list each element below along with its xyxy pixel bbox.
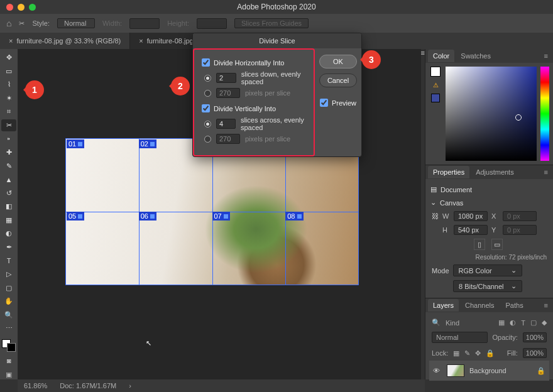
filter-shape-icon[interactable]: ▢: [530, 318, 537, 327]
layer-name[interactable]: Background: [469, 367, 506, 374]
color-picker[interactable]: [446, 67, 537, 161]
lock-trans-icon[interactable]: ▦: [453, 349, 459, 357]
more-tools[interactable]: ⋯: [1, 322, 16, 335]
h-px-radio[interactable]: [204, 90, 211, 97]
width-field[interactable]: [129, 18, 160, 29]
layer-row[interactable]: 👁 Background 🔒: [429, 361, 549, 381]
depth-select[interactable]: 8 Bits/Channel⌄: [453, 280, 522, 292]
h-count-radio[interactable]: [204, 75, 211, 82]
filter-smart-icon[interactable]: ◆: [542, 318, 547, 327]
blend-mode-select[interactable]: Normal: [432, 332, 488, 343]
zoom-readout[interactable]: 61.86%: [24, 382, 47, 389]
path-select-tool[interactable]: ▷: [1, 268, 16, 281]
canvas-section[interactable]: ⌄ Canvas: [429, 196, 549, 209]
canvas-height-field[interactable]: 540 px: [454, 225, 488, 235]
visibility-icon[interactable]: 👁: [433, 367, 442, 374]
history-brush-tool[interactable]: ↺: [1, 187, 16, 199]
lock-icon[interactable]: 🔒: [537, 367, 545, 375]
canvas-width-field[interactable]: 1080 px: [454, 211, 488, 221]
divide-v-checkbox[interactable]: [202, 104, 210, 112]
slice-tag[interactable]: 05: [67, 212, 84, 220]
close-tab-icon[interactable]: ×: [9, 37, 13, 45]
lock-pos-icon[interactable]: ✥: [475, 349, 481, 357]
type-tool[interactable]: T: [1, 254, 16, 267]
opacity-field[interactable]: 100%: [523, 332, 547, 342]
divide-h-checkbox[interactable]: [202, 58, 210, 67]
mode-select[interactable]: RGB Color⌄: [453, 264, 522, 276]
stamp-tool[interactable]: ▲: [1, 173, 16, 186]
paths-tab[interactable]: Paths: [501, 299, 528, 312]
filter-pixel-icon[interactable]: ▦: [498, 318, 505, 327]
canvas-x-field[interactable]: 0 px: [503, 211, 537, 221]
color-tab[interactable]: Color: [428, 50, 454, 62]
marquee-tool[interactable]: ▭: [1, 65, 16, 78]
channels-tab[interactable]: Channels: [460, 299, 499, 312]
gradient-tool[interactable]: ▦: [1, 214, 16, 227]
close-window[interactable]: [6, 4, 13, 11]
minimize-window[interactable]: [18, 4, 25, 11]
color-swatch[interactable]: [2, 339, 16, 352]
v-px-field[interactable]: 270: [216, 134, 240, 144]
gamut-warning-icon[interactable]: ⚠: [433, 82, 439, 89]
quick-mask[interactable]: ◙: [1, 356, 16, 366]
cancel-button[interactable]: Cancel: [319, 74, 357, 87]
hue-slider[interactable]: [540, 67, 549, 161]
brush-tool[interactable]: ✎: [1, 160, 16, 172]
preview-checkbox[interactable]: [320, 99, 328, 107]
properties-tab[interactable]: Properties: [428, 166, 469, 178]
ok-button[interactable]: OK: [319, 55, 357, 68]
move-tool[interactable]: ✥: [1, 52, 16, 64]
status-menu-icon[interactable]: ›: [129, 382, 131, 389]
screen-mode[interactable]: ▣: [1, 369, 16, 379]
eraser-tool[interactable]: ◧: [1, 200, 16, 213]
crop-tool[interactable]: ⌗: [1, 106, 16, 118]
slice-tag[interactable]: 02: [139, 139, 156, 148]
v-count-radio[interactable]: [204, 121, 211, 128]
v-count-field[interactable]: 4: [216, 119, 236, 129]
lock-paint-icon[interactable]: ✎: [464, 349, 470, 357]
h-px-field[interactable]: 270: [216, 88, 240, 98]
slices-from-guides-button[interactable]: Slices From Guides: [234, 18, 309, 28]
zoom-window[interactable]: [29, 4, 36, 11]
home-icon[interactable]: ⌂: [6, 18, 11, 28]
landscape-orient[interactable]: ▭: [491, 239, 503, 250]
document-canvas[interactable]: 01 02 03 04 05 06 07 08: [65, 138, 359, 285]
quick-select-tool[interactable]: ✶: [1, 92, 16, 105]
adjustments-tab[interactable]: Adjustments: [471, 166, 519, 178]
zoom-tool[interactable]: 🔍: [1, 308, 16, 321]
layers-tab[interactable]: Layers: [428, 299, 459, 312]
background-color[interactable]: [431, 94, 440, 102]
doc-size-readout[interactable]: Doc: 1.67M/1.67M: [60, 382, 116, 389]
style-select[interactable]: Normal: [57, 18, 95, 28]
panel-menu-icon[interactable]: ≡: [542, 302, 550, 309]
lock-all-icon[interactable]: 🔒: [486, 349, 495, 357]
slice-tag[interactable]: 01: [67, 139, 84, 148]
panel-menu-icon[interactable]: ≡: [542, 168, 550, 176]
slice-tag[interactable]: 08: [285, 212, 303, 220]
close-tab-icon[interactable]: ×: [139, 37, 143, 45]
lasso-tool[interactable]: ⌇: [1, 79, 16, 91]
slice-tool[interactable]: ✂: [1, 119, 16, 132]
filter-type-icon[interactable]: T: [521, 319, 525, 327]
hand-tool[interactable]: ✋: [1, 295, 16, 308]
v-px-radio[interactable]: [204, 136, 211, 143]
shape-tool[interactable]: ▢: [1, 281, 16, 294]
eyedropper-tool[interactable]: ⁍: [1, 133, 16, 145]
slice-tag[interactable]: 06: [139, 212, 156, 220]
dodge-tool[interactable]: ◐: [1, 227, 16, 240]
canvas-y-field[interactable]: 0 px: [503, 225, 537, 235]
fill-field[interactable]: 100%: [523, 348, 547, 358]
filter-adjust-icon[interactable]: ◐: [510, 318, 516, 327]
portrait-orient[interactable]: ▯: [474, 239, 485, 250]
h-count-field[interactable]: 2: [216, 73, 236, 83]
foreground-color[interactable]: [430, 67, 441, 77]
link-icon[interactable]: ⛓: [432, 212, 439, 220]
swatches-tab[interactable]: Swatches: [456, 50, 496, 62]
healing-tool[interactable]: ✚: [1, 146, 16, 159]
document-tab-1[interactable]: × furniture-08.jpg @ 33.3% (RGB/8): [0, 33, 130, 49]
panel-menu-icon[interactable]: ≡: [542, 52, 550, 60]
slice-tool-icon[interactable]: ✂: [19, 19, 25, 28]
slice-tag[interactable]: 07: [212, 212, 230, 220]
pen-tool[interactable]: ✒: [1, 241, 16, 254]
height-field[interactable]: [197, 18, 227, 29]
